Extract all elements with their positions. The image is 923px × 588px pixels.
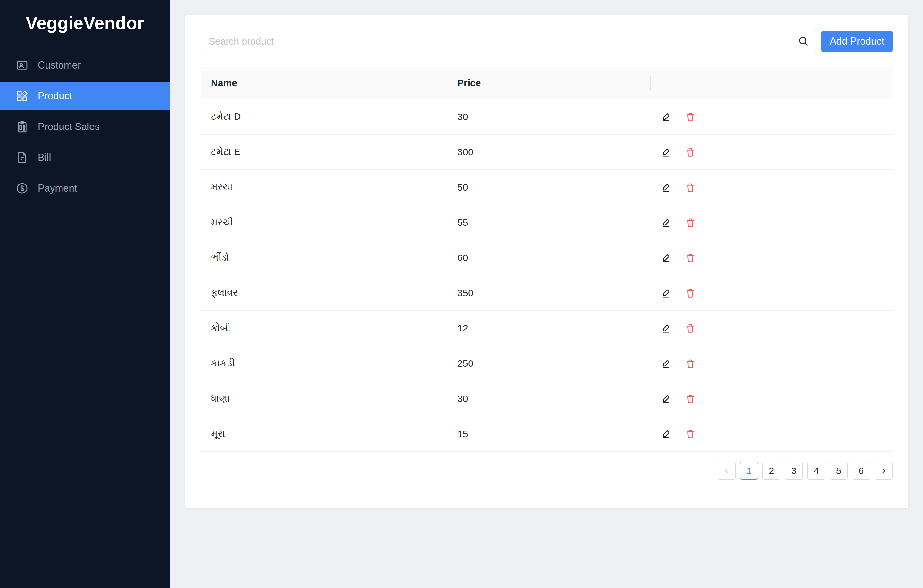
- product-price-cell: 50: [447, 182, 650, 193]
- delete-button[interactable]: [685, 147, 696, 157]
- action-divider: [678, 429, 678, 439]
- edit-button[interactable]: [661, 393, 672, 404]
- product-name-cell: ટમેટા D: [200, 111, 447, 122]
- action-divider: [678, 323, 678, 334]
- grid-diamond-icon: [15, 89, 29, 103]
- edit-button[interactable]: [661, 252, 672, 263]
- row-actions: [650, 393, 893, 404]
- main-content: Add Product Name Price ટમેટા D 30: [170, 0, 923, 588]
- pagination-page-button[interactable]: 3: [785, 462, 803, 480]
- table-row: કાકડી 250: [200, 346, 893, 381]
- table-body: ટમેટા D 30 ટમેટા E 300: [200, 99, 893, 452]
- chevron-left-icon: [723, 467, 731, 475]
- table-row: ટમેટા D 30: [200, 99, 893, 134]
- edit-button[interactable]: [661, 358, 672, 369]
- edit-button[interactable]: [661, 217, 672, 228]
- row-actions: [650, 252, 893, 263]
- product-name-cell: મૂરા: [200, 428, 447, 439]
- product-name-cell: ભીંડો: [200, 252, 447, 263]
- action-divider: [678, 358, 678, 369]
- edit-button[interactable]: [661, 288, 672, 298]
- contact-card-icon: [15, 59, 29, 72]
- trash-icon: [685, 288, 695, 298]
- edit-pencil-icon: [661, 359, 672, 369]
- edit-button[interactable]: [661, 429, 672, 439]
- table-row: મરચી 55: [200, 205, 893, 240]
- pagination-page-button[interactable]: 2: [762, 462, 780, 480]
- edit-pencil-icon: [661, 147, 672, 157]
- pagination-page-button[interactable]: 5: [830, 462, 848, 480]
- clipboard-calculator-icon: [15, 120, 29, 134]
- product-price-cell: 60: [447, 252, 650, 263]
- sidebar-item-label: Product: [38, 90, 72, 102]
- action-divider: [678, 217, 678, 228]
- row-actions: [650, 182, 893, 193]
- action-divider: [678, 182, 678, 193]
- pagination: 1 2 3 4 5 6: [200, 462, 893, 480]
- trash-icon: [685, 359, 695, 369]
- add-product-button[interactable]: Add Product: [821, 31, 893, 52]
- row-actions: [650, 323, 893, 334]
- product-name-cell: ફ્લાવર: [200, 287, 447, 298]
- row-actions: [650, 217, 893, 228]
- edit-pencil-icon: [661, 182, 672, 192]
- sidebar-item-label: Customer: [38, 60, 81, 71]
- row-actions: [650, 429, 893, 439]
- delete-button[interactable]: [685, 393, 696, 404]
- pagination-prev-button[interactable]: [718, 462, 736, 480]
- pagination-page-button[interactable]: 6: [852, 462, 870, 480]
- sidebar-item-product[interactable]: Product: [0, 82, 170, 110]
- table-row: ફ્લાવર 350: [200, 275, 893, 311]
- search-icon[interactable]: [797, 35, 810, 47]
- delete-button[interactable]: [685, 288, 696, 298]
- row-actions: [650, 288, 893, 298]
- trash-icon: [685, 112, 695, 122]
- edit-button[interactable]: [661, 182, 672, 193]
- pagination-page-button[interactable]: 1: [740, 462, 758, 480]
- delete-button[interactable]: [685, 182, 696, 193]
- trash-icon: [685, 429, 695, 439]
- action-divider: [678, 111, 678, 122]
- delete-button[interactable]: [685, 111, 696, 122]
- edit-button[interactable]: [661, 147, 672, 157]
- edit-button[interactable]: [661, 111, 672, 122]
- delete-button[interactable]: [685, 323, 696, 334]
- table-row: મરચા 50: [200, 170, 893, 205]
- sidebar-item-payment[interactable]: Payment: [0, 174, 170, 202]
- document-icon: [15, 151, 29, 164]
- search-box: [200, 31, 816, 52]
- edit-pencil-icon: [661, 288, 672, 298]
- edit-pencil-icon: [661, 253, 672, 263]
- product-name-cell: મરચા: [200, 182, 447, 193]
- sidebar-item-label: Product Sales: [38, 121, 100, 133]
- delete-button[interactable]: [685, 217, 696, 228]
- pagination-page-button[interactable]: 4: [807, 462, 825, 480]
- edit-pencil-icon: [661, 394, 672, 404]
- product-price-cell: 300: [447, 147, 650, 157]
- product-price-cell: 350: [447, 288, 650, 298]
- product-price-cell: 12: [447, 323, 650, 334]
- trash-icon: [685, 182, 695, 192]
- product-price-cell: 30: [447, 393, 650, 404]
- action-divider: [678, 252, 678, 263]
- sidebar-item-product-sales[interactable]: Product Sales: [0, 113, 170, 141]
- edit-pencil-icon: [661, 429, 672, 439]
- column-header-name: Name: [200, 77, 447, 88]
- column-header-price: Price: [447, 77, 650, 88]
- product-name-cell: કોબી: [200, 323, 447, 334]
- sidebar-item-bill[interactable]: Bill: [0, 144, 170, 172]
- search-input[interactable]: [200, 31, 816, 52]
- delete-button[interactable]: [685, 429, 696, 439]
- delete-button[interactable]: [685, 252, 696, 263]
- table-row: મૂરા 15: [200, 416, 893, 452]
- product-name-cell: મરચી: [200, 217, 447, 228]
- sidebar-item-customer[interactable]: Customer: [0, 51, 170, 79]
- trash-icon: [685, 218, 695, 228]
- sidebar: VeggieVendor Customer Product: [0, 0, 170, 588]
- product-card: Add Product Name Price ટમેટા D 30: [185, 15, 908, 508]
- product-name-cell: ધાણા: [200, 393, 447, 404]
- chevron-right-icon: [879, 467, 888, 475]
- pagination-next-button[interactable]: [875, 462, 893, 480]
- edit-button[interactable]: [661, 323, 672, 334]
- delete-button[interactable]: [685, 358, 696, 369]
